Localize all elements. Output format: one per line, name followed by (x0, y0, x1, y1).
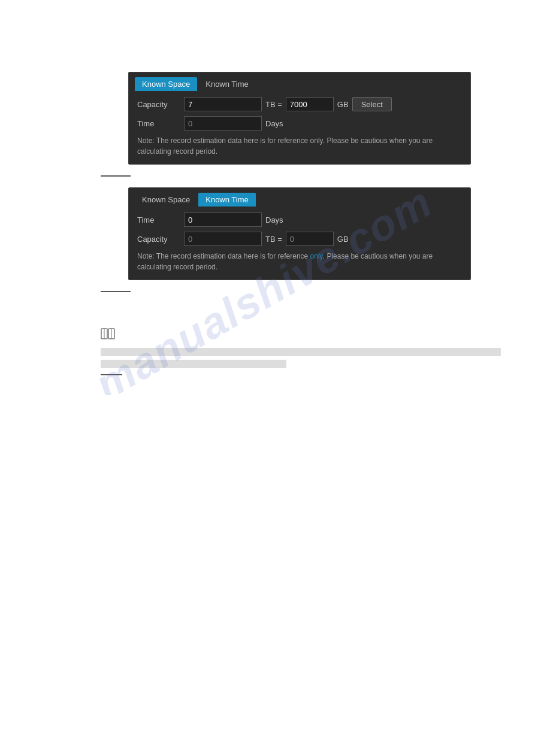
capacity-label-1: Capacity (137, 100, 180, 109)
panel2-capacity-row: Capacity TB = GB (137, 232, 462, 246)
tab-known-time-1[interactable]: Known Time (198, 77, 256, 91)
panel1-body: Capacity TB = GB Select Time Days Note: … (129, 91, 470, 164)
tab-known-time-2[interactable]: Known Time (198, 193, 256, 207)
note-section (0, 328, 535, 375)
panel2-tabs: Known Space Known Time (129, 188, 470, 207)
select-button-1[interactable]: Select (352, 97, 392, 111)
section1: Known Space Known Time Capacity TB = GB … (0, 72, 535, 165)
panel2-time-row: Time Days (137, 212, 462, 227)
time-label-2: Time (137, 215, 180, 224)
grey-bar-2 (101, 360, 286, 368)
tb-eq-2: TB = (265, 235, 282, 244)
capacity-gb-input-2[interactable] (286, 232, 334, 246)
section2: Known Space Known Time Time Days Capacit… (0, 187, 535, 280)
time-label-1: Time (137, 119, 180, 128)
panel2: Known Space Known Time Time Days Capacit… (128, 187, 471, 280)
divider-2 (101, 291, 131, 292)
gb-unit-1: GB (337, 100, 349, 109)
panel2-note: Note: The record estimation data here is… (137, 251, 462, 272)
grey-bar-1 (101, 348, 501, 356)
capacity-input-1[interactable] (184, 97, 262, 111)
note-highlight-2: only (310, 252, 323, 260)
panel1-capacity-row: Capacity TB = GB Select (137, 97, 462, 111)
book-icon (101, 328, 434, 343)
time-input-2[interactable] (184, 212, 262, 227)
note-start-2: Note: The record estimation data here is… (137, 252, 310, 260)
time-input-1[interactable] (184, 116, 262, 130)
panel1-tabs: Known Space Known Time (129, 72, 470, 91)
panel2-body: Time Days Capacity TB = GB Note: The rec… (129, 207, 470, 280)
capacity-gb-input-1[interactable] (286, 97, 334, 111)
capacity-input-2[interactable] (184, 232, 262, 246)
panel1: Known Space Known Time Capacity TB = GB … (128, 72, 471, 165)
panel1-note: Note: The record estimation data here is… (137, 135, 462, 157)
page-container: manualshive.com Known Space Known Time C… (0, 0, 535, 756)
tb-eq-1: TB = (265, 100, 282, 109)
divider-1 (101, 175, 131, 177)
tab-known-space-2[interactable]: Known Space (135, 193, 197, 207)
tab-known-space-1[interactable]: Known Space (135, 77, 197, 91)
days-unit-2: Days (265, 215, 283, 224)
divider-small (101, 374, 122, 375)
panel1-time-row: Time Days (137, 116, 462, 130)
days-unit-1: Days (265, 119, 283, 128)
gb-unit-2: GB (337, 235, 349, 244)
capacity-label-2: Capacity (137, 235, 180, 244)
